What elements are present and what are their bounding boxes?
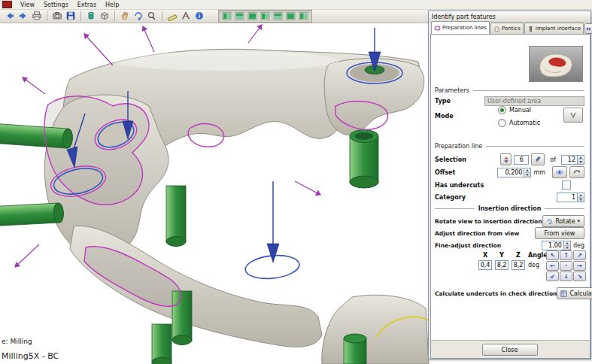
x-axis-label: X <box>478 252 492 259</box>
tab-implant-interface[interactable]: Implant interface <box>524 23 584 34</box>
stepper-updown-icon <box>503 156 509 164</box>
status-line-1: e: Milling <box>2 338 32 345</box>
adjust-up-button[interactable]: ↑ <box>560 250 572 260</box>
y-axis-label: Y <box>495 252 509 259</box>
x-angle-field[interactable]: 0,4 <box>478 260 492 270</box>
ruler-icon[interactable] <box>165 11 179 22</box>
adjust-down-right-button[interactable]: ↘ <box>573 271 586 281</box>
selection-value-field[interactable]: 6 <box>514 155 529 165</box>
calculate-label: Calculate undercuts in check direction <box>435 290 557 297</box>
z-angle-field[interactable]: 8,2 <box>512 260 525 270</box>
fine-adjust-spinner[interactable] <box>563 241 571 250</box>
view-layout-5-icon[interactable] <box>272 11 284 21</box>
selection-total-field[interactable]: 12 <box>561 155 584 165</box>
calculate-button[interactable]: Calculate ▾ <box>557 287 592 299</box>
selection-stepper[interactable] <box>500 153 512 165</box>
close-button[interactable]: Close <box>482 344 538 356</box>
view-layout-3-icon[interactable] <box>247 11 258 21</box>
rotate-label: Rotate view to insertion direction <box>435 218 542 225</box>
has-undercuts-checkbox[interactable] <box>562 180 571 190</box>
adjust-right-button[interactable]: → <box>573 261 586 271</box>
offset-apply-button[interactable] <box>569 166 584 178</box>
rotate-view-icon[interactable] <box>132 11 145 22</box>
adjust-up-left-button[interactable]: ↖ <box>546 250 559 260</box>
y-angle-field[interactable]: 8,2 <box>495 260 509 270</box>
tab-bar: Preparation lines Pontics Implant interf… <box>431 23 588 34</box>
type-label: Type <box>435 98 451 105</box>
parameters-header: Parameters <box>435 86 584 94</box>
category-spinner[interactable] <box>577 193 584 202</box>
mode-label: Mode <box>435 113 454 120</box>
menu-help[interactable]: Help <box>101 2 123 8</box>
view-layout-4-icon[interactable] <box>260 11 271 21</box>
cylinder-tool-icon[interactable] <box>84 11 98 22</box>
adjust-left-button[interactable]: ← <box>546 261 559 271</box>
offset-spinner[interactable] <box>524 168 531 177</box>
pontics-tab-icon <box>493 26 500 32</box>
eye-icon <box>555 168 564 177</box>
tab-scroll-icon <box>585 26 592 32</box>
adjust-down-button[interactable]: ↓ <box>560 271 572 281</box>
offset-field[interactable]: 0,200 <box>497 168 531 177</box>
type-field: User-defined area <box>484 96 584 106</box>
dropdown-caret-icon: ▾ <box>578 218 581 224</box>
offset-row: Offset 0,200 mm <box>435 167 584 177</box>
app-icon <box>2 1 12 8</box>
fine-adjust-field[interactable]: 1,00 <box>542 241 571 250</box>
mode-pick-button[interactable] <box>563 108 583 123</box>
edit-selection-button[interactable] <box>531 153 545 165</box>
info-icon[interactable] <box>193 11 206 22</box>
angles-unit-label: deg <box>528 262 539 268</box>
tab-scroll-button[interactable] <box>584 23 592 34</box>
offset-preview-button[interactable] <box>552 166 567 178</box>
total-spinner[interactable] <box>577 155 584 165</box>
menu-extras[interactable]: Extras <box>73 2 101 8</box>
angle-measure-icon[interactable] <box>179 11 193 22</box>
adjust-center-button[interactable]: · <box>560 261 572 271</box>
z-axis-label: Z <box>512 252 525 259</box>
adjust-down-left-button[interactable]: ↙ <box>546 271 559 281</box>
hand-pan-icon[interactable] <box>118 11 132 22</box>
fine-adjust-pad: ↖ ↑ ↗ ← · → ↙ ↓ ↘ <box>546 250 586 281</box>
selection-label: Selection <box>435 156 466 163</box>
insertion-direction-header: Insertion direction <box>435 205 584 212</box>
apply-arrow-icon <box>572 168 581 177</box>
category-label: Category <box>435 194 466 201</box>
view-layout-7-icon[interactable] <box>298 11 309 21</box>
preparation-line-header: Preparation line <box>435 142 584 150</box>
offset-label: Offset <box>435 169 455 176</box>
save-icon[interactable] <box>64 11 77 22</box>
menu-settings[interactable]: Settings <box>39 2 73 8</box>
pick-v-icon <box>569 111 578 120</box>
forward-icon[interactable] <box>17 11 30 22</box>
back-icon[interactable] <box>3 11 17 22</box>
menu-view[interactable]: View <box>16 2 39 8</box>
calculate-icon <box>560 290 567 297</box>
manual-radio[interactable] <box>498 106 506 114</box>
screenshot-icon[interactable] <box>50 11 64 22</box>
zoom-icon[interactable] <box>145 11 159 22</box>
toolbar-separator <box>47 11 47 21</box>
preparation-lines-tab-icon <box>434 25 441 32</box>
view-layout-1-icon[interactable] <box>221 11 232 21</box>
rotate-row: Rotate view to insertion direction Rotat… <box>435 216 584 226</box>
view-layout-6-icon[interactable] <box>285 11 296 21</box>
fine-adjust-label: Fine-adjust direction <box>435 242 501 249</box>
tab-pontics[interactable]: Pontics <box>490 23 524 34</box>
mesh-cube-icon[interactable] <box>98 11 111 22</box>
from-view-button[interactable]: From view <box>535 227 584 239</box>
print-icon[interactable] <box>30 11 44 22</box>
automatic-radio[interactable] <box>498 119 506 127</box>
toolbar-separator <box>114 11 115 21</box>
category-field[interactable]: 1 <box>557 193 584 202</box>
tab-preparation-lines[interactable]: Preparation lines <box>431 21 490 34</box>
has-undercuts-label: Has undercuts <box>435 182 484 189</box>
view-layout-2-icon[interactable] <box>234 11 245 21</box>
calculate-row: Calculate undercuts in check direction C… <box>435 288 584 299</box>
rotate-button[interactable]: Rotate ▾ <box>542 215 584 227</box>
mode-automatic-option[interactable]: Automatic <box>498 119 540 127</box>
framework-model <box>44 49 429 364</box>
menu-bar: View Settings Extras Help <box>0 0 592 10</box>
mode-manual-option[interactable]: Manual <box>498 106 531 114</box>
adjust-up-right-button[interactable]: ↗ <box>573 250 586 260</box>
